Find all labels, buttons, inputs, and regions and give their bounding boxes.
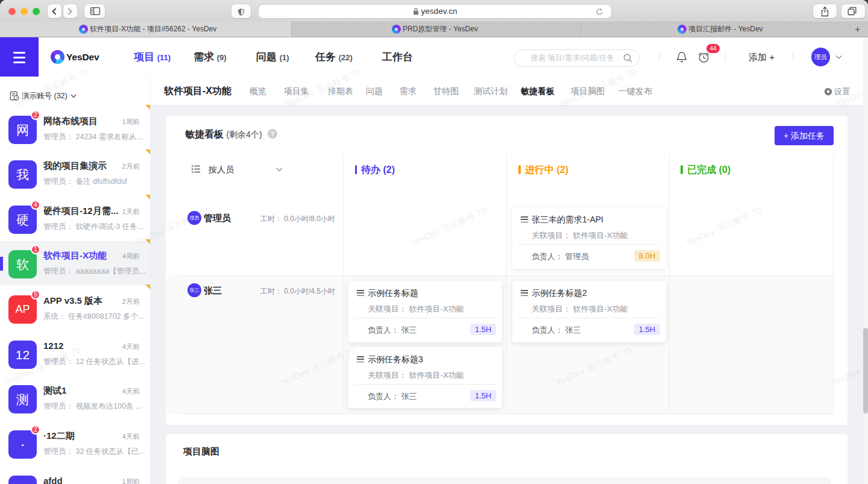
svg-text:?: ? xyxy=(271,130,275,137)
